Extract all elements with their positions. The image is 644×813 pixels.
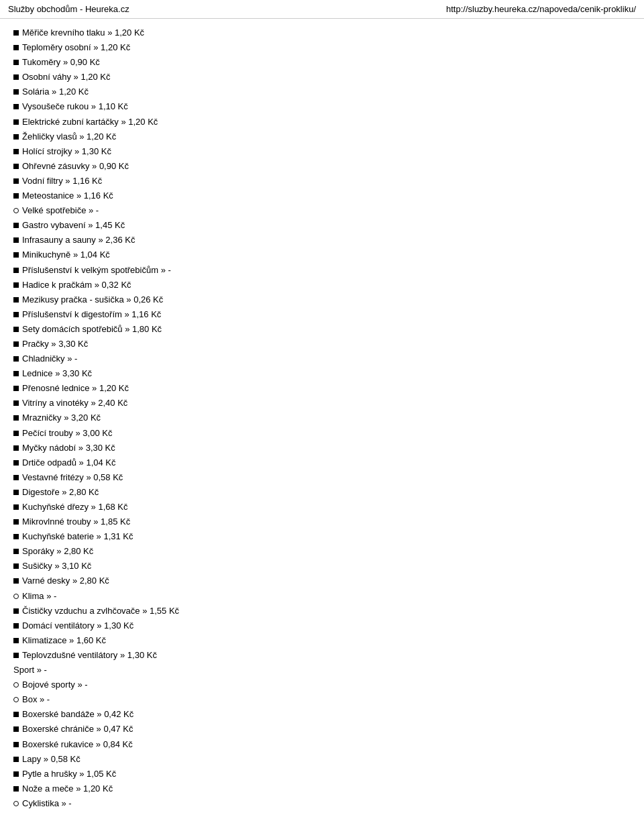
item-label: Myčky nádobí » 3,30 Kč [22, 441, 115, 455]
item-link[interactable]: Sety domácích spotřebičů [22, 324, 123, 334]
item-link[interactable]: Pytle a hrušky [22, 769, 77, 779]
item-link[interactable]: Příslušenství k digestořím [22, 309, 122, 319]
item-link[interactable]: Velké spotřebiče [22, 205, 86, 215]
item-link[interactable]: Meteostanice [22, 191, 74, 201]
square-bullet-icon [13, 341, 19, 347]
item-link[interactable]: Boxerské chrániče [22, 724, 94, 734]
item-link[interactable]: Sport [13, 665, 34, 675]
item-link[interactable]: Mikrovlnné trouby [22, 517, 91, 527]
item-label: Mezikusy pračka - sušička » 0,26 Kč [22, 292, 163, 307]
item-link[interactable]: Box [22, 694, 37, 704]
item-link[interactable]: Klima [22, 591, 44, 601]
list-item: Klima » - [13, 589, 631, 604]
item-link[interactable]: Chladničky [22, 354, 65, 364]
item-label: Drtiče odpadů » 1,04 Kč [22, 455, 116, 470]
item-link[interactable]: Žehličky vlasů [22, 131, 77, 142]
item-link[interactable]: Vitríny a vinotéky [22, 398, 89, 408]
item-label: Box » - [22, 692, 50, 707]
list-item: Domácí ventilátory » 1,30 Kč [13, 618, 631, 633]
item-link[interactable]: Nože a meče [22, 783, 74, 794]
item-link[interactable]: Ohřevné zásuvky [22, 161, 89, 171]
item-price: » 1,85 Kč [91, 517, 131, 527]
list-item: Měřiče krevního tlaku » 1,20 Kč [13, 25, 631, 40]
item-link[interactable]: Kuchyňské baterie [22, 531, 94, 541]
item-link[interactable]: Hadice k pračkám [22, 280, 92, 290]
item-link[interactable]: Mrazničky [22, 413, 62, 423]
item-label: Hadice k pračkám » 0,32 Kč [22, 278, 131, 292]
item-label: Digestoře » 2,80 Kč [22, 485, 99, 500]
item-link[interactable]: Měřiče krevního tlaku [22, 28, 105, 38]
list-item: Pečící trouby » 3,00 Kč [13, 426, 631, 441]
item-link[interactable]: Lednice [22, 368, 53, 378]
item-link[interactable]: Varné desky [22, 576, 70, 586]
item-link[interactable]: Tukoměry [22, 57, 60, 67]
item-price: » 3,00 Kč [73, 428, 113, 438]
square-bullet-icon [13, 297, 19, 303]
item-link[interactable]: Cyklistika [22, 798, 59, 808]
item-price: » 0,84 Kč [93, 739, 133, 749]
item-link[interactable]: Solária [22, 87, 49, 97]
item-link[interactable]: Teplovzdušné ventilátory [22, 650, 117, 660]
item-link[interactable]: Klimatizace [22, 635, 66, 645]
site-title: Služby obchodům - Heureka.cz [8, 4, 129, 14]
list-item: Drtiče odpadů » 1,04 Kč [13, 455, 631, 470]
item-price: » 1,80 Kč [123, 324, 162, 334]
item-label: Žehličky vlasů » 1,20 Kč [22, 129, 116, 144]
item-link[interactable]: Kuchyňské dřezy [22, 502, 89, 512]
item-link[interactable]: Teploměry osobní [22, 42, 91, 52]
item-link[interactable]: Sušičky [22, 561, 52, 571]
list-item: Meteostanice » 1,16 Kč [13, 188, 631, 203]
square-bullet-icon [13, 60, 19, 65]
square-bullet-icon [13, 45, 19, 50]
list-item: Sport » - [13, 663, 631, 678]
item-link[interactable]: Lapy [22, 754, 41, 764]
list-item: Kuchyňské baterie » 1,31 Kč [13, 529, 631, 544]
item-link[interactable]: Elektrické zubní kartáčky [22, 117, 119, 127]
item-label: Vodní filtry » 1,16 Kč [22, 174, 102, 188]
item-price: » 1,20 Kč [119, 117, 158, 127]
item-link[interactable]: Osobní váhy [22, 72, 71, 82]
item-link[interactable]: Digestoře [22, 487, 60, 497]
item-price: » 1,16 Kč [63, 176, 103, 186]
item-link[interactable]: Boxerské bandáže [22, 709, 95, 719]
list-item: Pytle a hrušky » 1,05 Kč [13, 767, 631, 781]
item-price: » 1,20 Kč [105, 28, 145, 38]
list-item: Hadice k pračkám » 0,32 Kč [13, 278, 631, 292]
square-bullet-icon [13, 312, 19, 317]
item-label: Infrasauny a sauny » 2,36 Kč [22, 233, 135, 248]
item-link[interactable]: Pečící trouby [22, 428, 73, 438]
item-link[interactable]: Přenosné lednice [22, 383, 89, 393]
item-link[interactable]: Myčky nádobí [22, 443, 76, 453]
circle-bullet-icon [13, 682, 19, 688]
item-link[interactable]: Sporáky [22, 546, 54, 556]
list-item: Teplovzdušné ventilátory » 1,30 Kč [13, 648, 631, 663]
item-link[interactable]: Vysoušeče rukou [22, 101, 89, 111]
item-label: Meteostanice » 1,16 Kč [22, 188, 113, 203]
item-link[interactable]: Mezikusy pračka - sušička [22, 294, 124, 305]
item-price: » 2,80 Kč [54, 546, 94, 556]
item-link[interactable]: Čističky vzduchu a zvlhčovače [22, 606, 140, 616]
item-link[interactable]: Bojové sporty [22, 680, 75, 690]
item-link[interactable]: Příslušenství k velkým spotřebičům [22, 265, 158, 275]
item-link[interactable]: Drtiče odpadů [22, 457, 76, 468]
square-bullet-icon [13, 89, 19, 95]
item-link[interactable]: Gastro vybavení [22, 220, 86, 230]
square-bullet-icon [13, 638, 19, 643]
item-link[interactable]: Vodní filtry [22, 176, 63, 186]
item-label: Chladničky » - [22, 351, 77, 366]
list-item: Solária » 1,20 Kč [13, 85, 631, 99]
item-label: Vitríny a vinotéky » 2,40 Kč [22, 396, 127, 411]
item-price: » 2,36 Kč [96, 235, 136, 245]
item-price: » 1,04 Kč [76, 457, 116, 468]
item-link[interactable]: Pračky [22, 339, 49, 349]
item-link[interactable]: Minikuchyně [22, 250, 70, 260]
list-item: Digestoře » 2,80 Kč [13, 485, 631, 500]
item-price: » 0,90 Kč [89, 161, 129, 171]
item-link[interactable]: Holící strojky [22, 146, 72, 156]
item-price: » - [75, 680, 88, 690]
item-link[interactable]: Boxerské rukavice [22, 739, 93, 749]
item-link[interactable]: Vestavné fritézy [22, 472, 84, 482]
item-label: Boxerské bandáže » 0,42 Kč [22, 707, 133, 722]
item-link[interactable]: Infrasauny a sauny [22, 235, 96, 245]
item-link[interactable]: Domácí ventilátory [22, 620, 95, 631]
